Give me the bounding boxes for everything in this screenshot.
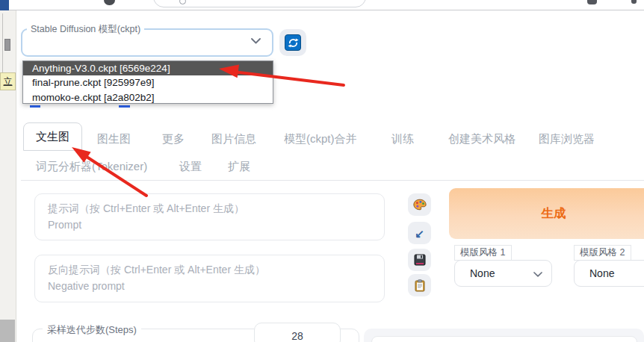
roll-style-button[interactable] bbox=[408, 193, 431, 216]
prompt-placeholder-en: Prompt bbox=[48, 219, 81, 231]
palette-icon bbox=[413, 199, 427, 211]
negative-placeholder-cn: 反向提示词（按 Ctrl+Enter 或 Alt+Enter 生成） bbox=[48, 264, 265, 277]
chevron-down-icon bbox=[533, 272, 542, 277]
style2-label: 模版风格 2 bbox=[574, 245, 631, 261]
prompt-placeholder-cn: 提示词（按 Ctrl+Enter 或 Alt+Enter 生成） bbox=[48, 202, 244, 216]
dropdown-option[interactable]: final-prune.ckpt [925997e9] bbox=[23, 75, 273, 90]
style2-value: None bbox=[589, 267, 614, 279]
background-scrollbar-track bbox=[2, 13, 3, 73]
model-select-label: Stable Diffusion 模型(ckpt) bbox=[27, 23, 144, 36]
background-scrollbar-thumb[interactable] bbox=[4, 39, 10, 51]
tab-create-style[interactable]: 创建美术风格 bbox=[448, 132, 515, 146]
underline-mark bbox=[30, 105, 40, 108]
browser-menu-icon[interactable] bbox=[631, 0, 637, 4]
clipboard-icon bbox=[415, 279, 425, 292]
dropdown-option[interactable]: Anything-V3.0.ckpt [6569e224] bbox=[23, 61, 273, 75]
generate-button[interactable]: 生成 bbox=[449, 188, 644, 239]
apply-style-button[interactable] bbox=[408, 274, 431, 296]
background-bottom-block bbox=[0, 320, 15, 342]
chevron-down-icon bbox=[251, 38, 261, 44]
dropdown-option[interactable]: momoko-e.ckpt [a2a802b2] bbox=[23, 90, 273, 105]
results-panel bbox=[364, 329, 644, 342]
tab-img2img[interactable]: 图生图 bbox=[97, 132, 131, 146]
paste-params-button[interactable]: ↙ bbox=[408, 222, 431, 244]
tab-extras[interactable]: 更多 bbox=[162, 132, 185, 146]
background-window-strip: 立 bbox=[0, 10, 16, 342]
style2-select[interactable]: None bbox=[574, 260, 644, 287]
save-icon bbox=[414, 254, 426, 266]
steps-label: 采样迭代步数(Steps) bbox=[43, 323, 141, 337]
underline-mark bbox=[119, 105, 130, 108]
model-dropdown-list: Anything-V3.0.ckpt [6569e224] final-prun… bbox=[22, 60, 273, 104]
style1-select[interactable]: None bbox=[454, 260, 552, 287]
prompt-input[interactable]: 提示词（按 Ctrl+Enter 或 Alt+Enter 生成） Prompt bbox=[34, 193, 385, 240]
page: 立 Stable Diffusion 模型(ckpt) Anything-V3.… bbox=[0, 0, 644, 342]
tab-image-browser[interactable]: 图库浏览器 bbox=[539, 132, 595, 146]
browser-toolbar bbox=[0, 0, 644, 10]
refresh-model-button[interactable] bbox=[279, 29, 306, 56]
negative-prompt-input[interactable]: 反向提示词（按 Ctrl+Enter 或 Alt+Enter 生成） Negat… bbox=[34, 255, 385, 302]
paste-arrow-icon: ↙ bbox=[415, 228, 424, 239]
tab-train[interactable]: 训练 bbox=[391, 132, 414, 146]
negative-placeholder-en: Negative prompt bbox=[48, 280, 125, 292]
tab-extensions[interactable]: 扩展 bbox=[228, 160, 250, 174]
results-inner-box bbox=[371, 336, 637, 342]
tab-txt2img[interactable]: 文生图 bbox=[23, 122, 82, 151]
save-style-button[interactable] bbox=[408, 249, 431, 271]
steps-number-input[interactable] bbox=[254, 323, 341, 342]
style1-value: None bbox=[470, 267, 495, 279]
tab-checkpoint-merger[interactable]: 模型(ckpt)合并 bbox=[284, 132, 357, 146]
style1-label: 模版风格 1 bbox=[454, 245, 512, 261]
tab-png-info[interactable]: 图片信息 bbox=[211, 132, 256, 146]
background-side-button[interactable]: 立 bbox=[0, 72, 16, 90]
browser-extension-icon[interactable] bbox=[104, 0, 115, 5]
background-window-corner bbox=[0, 0, 9, 10]
tab-tokenizer[interactable]: 词元分析器(Tokenizer) bbox=[36, 160, 147, 174]
refresh-icon bbox=[285, 34, 301, 51]
tabs-divider bbox=[21, 180, 644, 181]
bookmark-icon[interactable] bbox=[587, 0, 597, 4]
tab-settings[interactable]: 设置 bbox=[179, 160, 202, 174]
